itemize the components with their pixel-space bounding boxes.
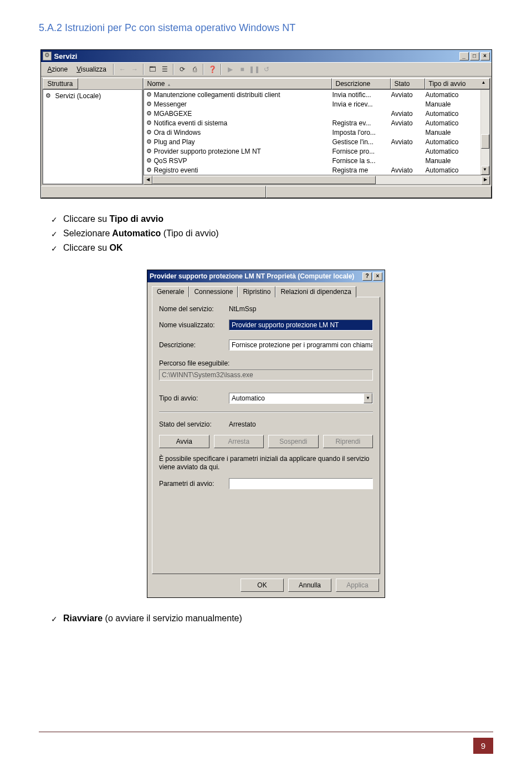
cell-state: Avviato — [391, 138, 426, 146]
resume-button[interactable]: Riprendi — [323, 435, 374, 448]
service-row[interactable]: ⚙Provider supporto protezione LM NTForni… — [144, 146, 480, 156]
list-item: ✓ Selezionare Automatico (Tipo di avvio) — [51, 229, 493, 240]
help-button[interactable]: ? — [362, 272, 372, 281]
service-row[interactable]: ⚙Registro eventiRegistra meAvviatoAutoma… — [144, 165, 480, 175]
check-icon: ✓ — [51, 214, 58, 225]
input-desc[interactable]: Fornisce protezione per i programmi con … — [229, 339, 373, 351]
refresh-icon[interactable]: ⟳ — [176, 64, 188, 75]
cell-startup: Automatico — [426, 119, 480, 127]
close-button[interactable]: × — [480, 52, 490, 60]
label-params: Parametri di avvio: — [159, 480, 229, 488]
menu-action[interactable]: Azione — [43, 65, 73, 73]
tab-connection[interactable]: Connessione — [189, 286, 238, 297]
label-desc: Descrizione: — [159, 341, 229, 349]
service-row[interactable]: ⚙MGABGEXEAvviatoAutomatico — [144, 109, 480, 118]
page-number: 9 — [473, 738, 493, 754]
pause-button[interactable]: Sospendi — [268, 435, 319, 448]
cell-startup: Automatico — [426, 166, 480, 174]
service-row[interactable]: ⚙Plug and PlayGestisce l'in...AvviatoAut… — [144, 137, 480, 146]
input-dispname[interactable]: Provider supporto protezione LM NT — [229, 319, 373, 331]
titlebar[interactable]: Servizi _ □ × — [41, 50, 492, 62]
label-dispname: Nome visualizzato: — [159, 321, 229, 329]
scroll-left-icon[interactable]: ◀ — [144, 176, 152, 185]
cell-desc: Fornisce pro... — [332, 148, 391, 155]
cell-desc: Invia notific... — [332, 91, 391, 99]
statusbar — [41, 186, 492, 198]
cell-startup: Manuale — [426, 157, 480, 165]
restart-icon[interactable]: ↺ — [260, 64, 273, 75]
list-icon[interactable]: ☰ — [158, 64, 171, 75]
cell-desc: Invia e ricev... — [332, 100, 391, 108]
chevron-down-icon[interactable]: ▼ — [364, 393, 372, 403]
cell-startup: Automatico — [426, 148, 480, 155]
service-row[interactable]: ⚙Manutenzione collegamenti distribuiti c… — [144, 90, 480, 99]
value-svcstate: Arrestato — [229, 420, 256, 428]
ok-button[interactable]: OK — [241, 579, 284, 592]
gear-icon: ⚙ — [144, 119, 154, 126]
start-button[interactable]: Avvia — [159, 435, 209, 448]
list-item: ✓ Cliccare su OK — [51, 243, 493, 254]
cell-startup: Automatico — [426, 91, 480, 99]
tree-tab[interactable]: Struttura — [43, 78, 78, 89]
menu-view[interactable]: Visualizza — [72, 65, 111, 73]
service-row[interactable]: ⚙QoS RSVPFornisce la s...Manuale — [144, 156, 480, 165]
list-item: ✓ Cliccare su Tipo di avvio — [51, 214, 493, 225]
gear-icon: ⚙ — [144, 138, 154, 145]
col-name[interactable]: Nome — [144, 78, 332, 89]
divider — [159, 412, 373, 413]
dialog-title: Provider supporto protezione LM NT Propr… — [150, 272, 354, 280]
cell-name: MGABGEXE — [154, 110, 332, 118]
stop-button[interactable]: Arresta — [214, 435, 264, 448]
tab-dependencies[interactable]: Relazioni di dipendenza — [275, 286, 356, 297]
dropdown-startup[interactable]: Automatico ▼ — [229, 393, 373, 404]
dialog-titlebar[interactable]: Provider supporto protezione LM NT Propr… — [147, 270, 385, 282]
service-row[interactable]: ⚙Ora di WindowsImposta l'oro...Manuale — [144, 128, 480, 137]
input-params[interactable] — [229, 478, 373, 489]
cell-startup: Automatico — [426, 138, 480, 146]
cell-name: Plug and Play — [154, 138, 332, 146]
cell-desc: Registra ev... — [332, 119, 391, 127]
tree-label: Servizi (Locale) — [55, 92, 101, 100]
service-row[interactable]: ⚙Notifica eventi di sistemaRegistra ev..… — [144, 118, 480, 128]
scroll-down-icon[interactable]: ▼ — [481, 166, 489, 175]
tree-root[interactable]: ⚙ Servizi (Locale) — [45, 92, 140, 100]
label-startup: Tipo di avvio: — [159, 394, 229, 402]
col-desc[interactable]: Descrizione — [332, 78, 391, 89]
col-state[interactable]: Stato — [391, 78, 425, 89]
properties-dialog: Provider supporto protezione LM NT Propr… — [147, 270, 385, 598]
stop-icon[interactable]: ■ — [236, 64, 248, 75]
forward-icon[interactable]: → — [129, 64, 141, 75]
properties-icon[interactable]: 🗔 — [146, 64, 158, 75]
scroll-thumb[interactable] — [152, 176, 376, 184]
window-title: Servizi — [54, 52, 459, 60]
play-icon[interactable]: ▶ — [224, 64, 236, 75]
scroll-right-icon[interactable]: ▶ — [481, 176, 490, 185]
maximize-button[interactable]: □ — [470, 52, 479, 60]
close-button[interactable]: × — [373, 272, 382, 281]
col-startup[interactable]: Tipo di avvio▲ — [425, 78, 490, 89]
help-icon[interactable]: ❓ — [206, 64, 218, 75]
label-exepath: Percorso file eseguibile: — [159, 359, 373, 367]
cell-startup: Manuale — [426, 129, 480, 136]
tab-recovery[interactable]: Ripristino — [238, 286, 275, 297]
export-icon[interactable]: ⎙ — [188, 64, 201, 75]
cell-name: Provider supporto protezione LM NT — [154, 148, 332, 155]
gear-icon: ⚙ — [144, 100, 154, 108]
scroll-thumb[interactable] — [481, 134, 489, 149]
input-exepath: C:\WINNT\System32\lsass.exe — [159, 369, 373, 381]
instruction-list: ✓ Cliccare su Tipo di avvio ✓ Selezionar… — [51, 214, 493, 254]
vertical-scrollbar[interactable]: ▼ — [480, 90, 489, 175]
apply-button[interactable]: Applica — [336, 579, 379, 592]
cancel-button[interactable]: Annulla — [288, 579, 331, 592]
gear-icon: ⚙ — [144, 91, 154, 98]
value-svcname: NtLmSsp — [229, 305, 256, 313]
back-icon[interactable]: ← — [116, 64, 129, 75]
horizontal-scrollbar[interactable]: ◀ ▶ — [144, 175, 490, 184]
cell-state: Avviato — [391, 166, 426, 174]
minimize-button[interactable]: _ — [459, 52, 469, 60]
label-svcname: Nome del servizio: — [159, 305, 229, 313]
cell-state: Avviato — [391, 119, 426, 127]
service-row[interactable]: ⚙MessengerInvia e ricev...Manuale — [144, 99, 480, 109]
pause-icon[interactable]: ❚❚ — [248, 64, 260, 75]
tab-general[interactable]: Generale — [152, 286, 189, 297]
